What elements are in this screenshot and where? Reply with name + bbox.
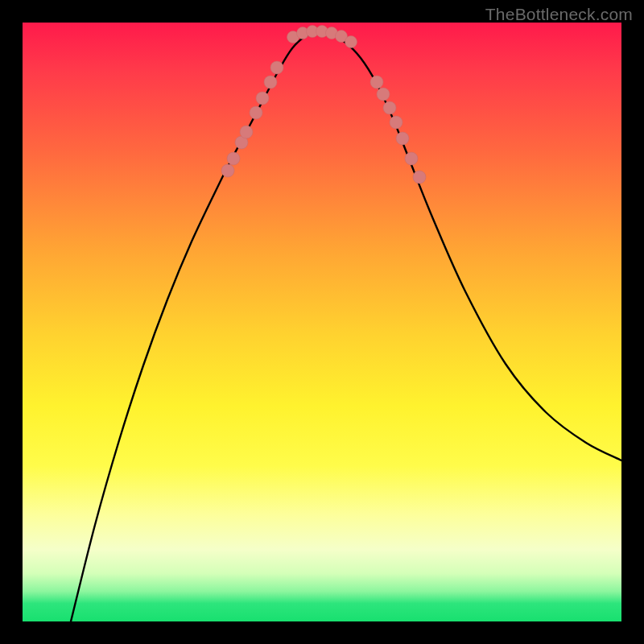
- data-point: [250, 106, 262, 119]
- data-point: [345, 36, 357, 48]
- data-points-group: [221, 26, 426, 184]
- bottleneck-curve: [71, 32, 621, 621]
- data-point: [240, 126, 253, 138]
- chart-svg: [23, 23, 621, 621]
- data-point: [377, 88, 390, 101]
- data-point: [396, 132, 409, 145]
- watermark-text: TheBottleneck.com: [485, 5, 633, 24]
- data-point: [370, 76, 383, 89]
- data-point: [383, 101, 396, 114]
- data-point: [270, 61, 283, 74]
- data-point: [227, 152, 240, 165]
- plot-area: [23, 23, 621, 621]
- chart-frame: TheBottleneck.com: [0, 0, 644, 644]
- data-point: [256, 92, 269, 105]
- data-point: [264, 76, 277, 89]
- data-point: [390, 116, 402, 129]
- data-point: [405, 152, 418, 165]
- data-point: [221, 164, 234, 177]
- data-point: [413, 171, 426, 184]
